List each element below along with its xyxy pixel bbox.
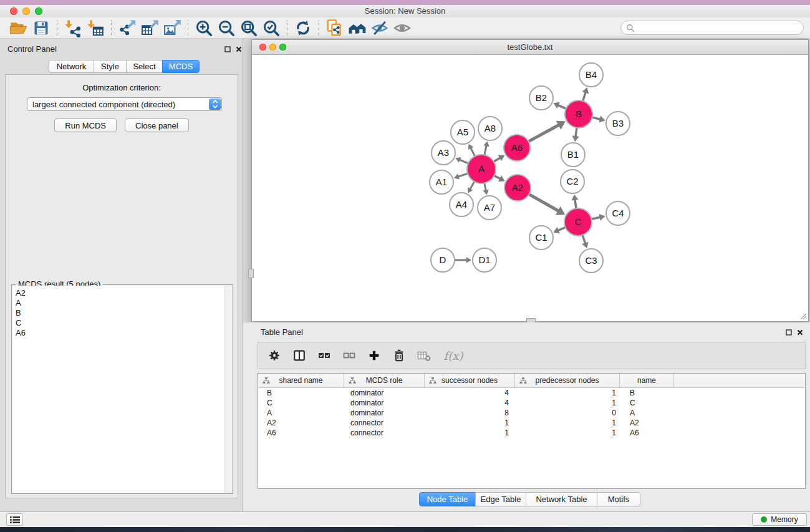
memory-button[interactable]: Memory — [752, 513, 807, 526]
table-row[interactable]: Bdominator41B — [258, 388, 805, 398]
float-panel-icon[interactable] — [224, 46, 231, 53]
refresh-layout-button[interactable] — [292, 19, 314, 37]
resize-grip-icon[interactable] — [798, 311, 807, 320]
column-header-successor-nodes[interactable]: successor nodes — [425, 374, 515, 387]
delete-column-button[interactable] — [392, 347, 407, 364]
cell-MCDS-role[interactable]: dominator — [344, 409, 425, 417]
edge-B-B1[interactable] — [576, 127, 577, 137]
duplicate-network-button[interactable] — [324, 19, 346, 37]
table-settings-button[interactable] — [267, 347, 282, 364]
tab-style[interactable]: Style — [94, 60, 127, 73]
cell-successor-nodes[interactable]: 1 — [425, 418, 515, 427]
minimize-window-button[interactable] — [22, 7, 30, 15]
maximize-window-button[interactable] — [35, 7, 42, 15]
left-splitter-handle[interactable] — [248, 269, 254, 278]
result-item[interactable]: A6 — [12, 328, 232, 338]
zoom-selected-button[interactable] — [260, 19, 282, 37]
hide-labels-button[interactable] — [369, 19, 391, 37]
cell-name[interactable]: B — [620, 389, 674, 397]
cell-name[interactable]: A6 — [620, 428, 674, 437]
edge-A-A3[interactable] — [460, 160, 469, 163]
table-row[interactable]: Cdominator41C — [258, 398, 805, 408]
edge-A6-B[interactable] — [528, 125, 559, 142]
result-scrollbar[interactable] — [224, 286, 232, 493]
cell-shared-name[interactable]: A6 — [258, 428, 344, 437]
show-columns-button[interactable] — [292, 347, 307, 364]
apply-function-button[interactable]: f(x) — [441, 347, 465, 364]
select-all-button[interactable] — [317, 347, 332, 364]
cell-shared-name[interactable]: A2 — [258, 418, 344, 427]
column-header-name[interactable]: name — [620, 374, 674, 387]
run-mcds-button[interactable]: Run MCDS — [54, 118, 117, 132]
cell-shared-name[interactable]: A — [258, 409, 344, 417]
cell-successor-nodes[interactable]: 1 — [425, 428, 515, 437]
task-history-button[interactable] — [6, 513, 23, 526]
cell-name[interactable]: A — [620, 409, 674, 417]
cell-name[interactable]: C — [620, 399, 674, 407]
edge-A2-C[interactable] — [528, 194, 558, 211]
export-table-button[interactable] — [138, 19, 161, 37]
table-row[interactable]: A6connector11A6 — [258, 428, 805, 438]
tab-network-table[interactable]: Network Table — [526, 492, 597, 506]
cell-successor-nodes[interactable]: 4 — [425, 389, 515, 397]
cell-MCDS-role[interactable]: connector — [344, 418, 425, 427]
edge-C-C3[interactable] — [582, 235, 586, 244]
edge-A-A4[interactable] — [470, 181, 475, 189]
zoom-fit-button[interactable] — [238, 19, 260, 37]
minimize-network-window-button[interactable] — [269, 44, 276, 51]
tab-edge-table[interactable]: Edge Table — [475, 492, 526, 506]
export-network-button[interactable] — [116, 19, 138, 37]
show-all-windows-button[interactable] — [346, 19, 369, 37]
tab-select[interactable]: Select — [126, 60, 163, 73]
search-input[interactable] — [635, 22, 803, 34]
close-network-window-button[interactable] — [259, 44, 266, 51]
column-header-MCDS-role[interactable]: MCDS role — [344, 374, 425, 387]
show-graphics-details-button[interactable] — [391, 19, 413, 37]
column-header-predecessor-nodes[interactable]: predecessor nodes — [515, 374, 620, 387]
column-header-shared-name[interactable]: shared name — [258, 374, 344, 387]
import-table-button[interactable] — [84, 19, 107, 37]
cell-predecessor-nodes[interactable]: 1 — [515, 418, 620, 427]
open-session-button[interactable] — [7, 19, 30, 37]
edge-A-A5[interactable] — [471, 148, 475, 157]
edge-A-A7[interactable] — [485, 183, 486, 191]
export-image-button[interactable] — [161, 19, 183, 37]
cell-MCDS-role[interactable]: connector — [344, 428, 425, 437]
cell-successor-nodes[interactable]: 4 — [425, 399, 515, 407]
zoom-out-button[interactable] — [215, 19, 238, 37]
maximize-network-window-button[interactable] — [279, 44, 286, 51]
close-panel-icon[interactable] — [235, 46, 243, 53]
close-table-panel-icon[interactable] — [796, 329, 804, 336]
save-session-button[interactable] — [30, 19, 52, 37]
cell-predecessor-nodes[interactable]: 1 — [515, 399, 620, 407]
edge-C-C4[interactable] — [591, 217, 600, 219]
float-table-panel-icon[interactable] — [785, 329, 793, 336]
network-window-titlebar[interactable]: testGlobe.txt — [252, 40, 808, 55]
cell-predecessor-nodes[interactable]: 1 — [515, 428, 620, 437]
search-field[interactable] — [620, 21, 804, 35]
cell-shared-name[interactable]: B — [258, 389, 344, 397]
add-column-button[interactable] — [367, 347, 382, 364]
result-item[interactable]: A — [12, 298, 232, 308]
result-item[interactable]: A2 — [12, 288, 232, 298]
cell-predecessor-nodes[interactable]: 0 — [515, 409, 620, 417]
cell-successor-nodes[interactable]: 8 — [425, 409, 515, 417]
cell-MCDS-role[interactable]: dominator — [344, 399, 425, 407]
close-window-button[interactable] — [10, 7, 17, 15]
tab-motifs[interactable]: Motifs — [597, 492, 640, 506]
edge-C-C1[interactable] — [558, 227, 566, 230]
zoom-in-button[interactable] — [193, 19, 215, 37]
result-item[interactable]: C — [12, 318, 232, 328]
edge-A-A1[interactable] — [458, 173, 468, 177]
close-panel-button[interactable]: Close panel — [125, 118, 189, 132]
edge-A-A8[interactable] — [485, 145, 486, 155]
edge-C-C2[interactable] — [575, 200, 576, 209]
edge-B-B3[interactable] — [591, 117, 600, 119]
criterion-dropdown[interactable]: largest connected component (directed) — [27, 97, 222, 111]
delete-table-button[interactable] — [417, 347, 432, 364]
cell-name[interactable]: A2 — [620, 418, 674, 427]
table-row[interactable]: Adominator80A — [258, 408, 805, 418]
cell-shared-name[interactable]: C — [258, 399, 344, 407]
tab-mcds[interactable]: MCDS — [162, 60, 200, 73]
tab-node-table[interactable]: Node Table — [419, 492, 476, 506]
